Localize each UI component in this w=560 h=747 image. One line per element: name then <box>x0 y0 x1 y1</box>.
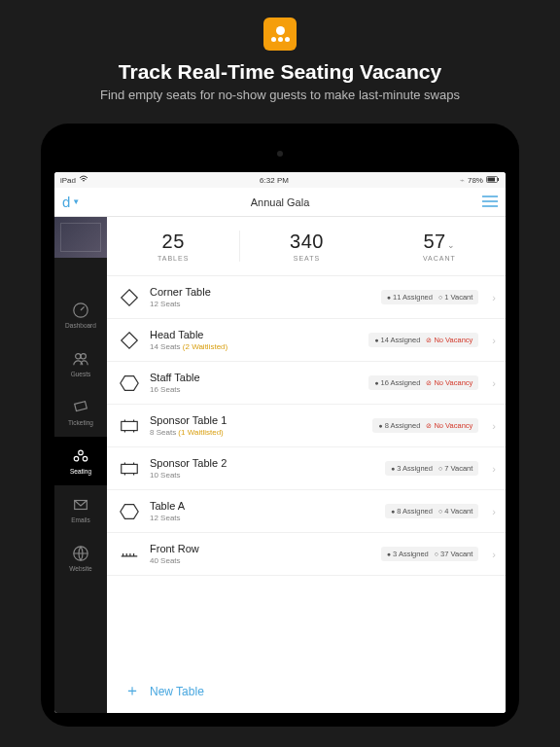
table-row[interactable]: Corner Table 12 Seats ● 11 Assigned ○ 1 … <box>107 276 506 319</box>
sidebar-item-ticketing[interactable]: Ticketing <box>54 388 107 437</box>
table-status-badge: ● 3 Assigned ○ 7 Vacant <box>385 461 478 476</box>
table-seats: 8 Seats (1 Waitlisted) <box>150 428 363 437</box>
table-name: Sponsor Table 1 <box>150 414 363 426</box>
gauge-icon <box>72 302 89 319</box>
chevron-right-icon: › <box>492 463 496 475</box>
table-shape-icon <box>119 415 140 437</box>
svg-point-4 <box>76 354 81 359</box>
table-status-badge: ● 3 Assigned ○ 37 Vacant <box>381 547 479 561</box>
table-seats: 16 Seats <box>150 385 359 394</box>
stat-value: 340 <box>240 231 372 253</box>
brand-logo: d <box>62 194 70 210</box>
users-icon <box>72 350 89 368</box>
app-icon <box>263 18 297 51</box>
table-list[interactable]: Corner Table 12 Seats ● 11 Assigned ○ 1 … <box>107 276 506 669</box>
brand-menu[interactable]: d▼ <box>62 194 80 210</box>
sidebar-item-guests[interactable]: Guests <box>54 339 107 388</box>
sidebar-item-emails[interactable]: Emails <box>54 485 107 534</box>
table-row[interactable]: Head Table 14 Seats (2 Waitlisted) ● 14 … <box>107 319 506 362</box>
table-shape-icon <box>119 373 140 394</box>
seating-icon <box>72 447 89 465</box>
table-shape-icon <box>119 458 140 480</box>
table-row[interactable]: Front Row 40 Seats ● 3 Assigned ○ 37 Vac… <box>107 533 506 576</box>
svg-rect-11 <box>122 421 138 430</box>
table-status-badge: ● 14 Assigned ⊘ No Vacancy <box>368 333 478 347</box>
svg-point-7 <box>74 456 79 461</box>
stats-row: 25 TABLES 340 SEATS 57⌄ VACANT <box>107 217 506 276</box>
globe-icon <box>72 545 89 562</box>
stat-vacant[interactable]: 57⌄ VACANT <box>373 231 506 262</box>
svg-rect-12 <box>122 464 138 473</box>
battery-icon <box>486 176 500 185</box>
chevron-right-icon: › <box>492 506 496 517</box>
table-status-badge: ● 8 Assigned ⊘ No Vacancy <box>372 418 478 433</box>
menu-button[interactable] <box>482 194 498 211</box>
svg-rect-1 <box>487 177 495 181</box>
new-table-label: New Table <box>150 685 204 698</box>
table-status-badge: ● 11 Assigned ○ 1 Vacant <box>381 290 479 304</box>
sidebar-item-website[interactable]: Website <box>54 534 107 583</box>
table-row[interactable]: Table A 12 Seats ● 8 Assigned ○ 4 Vacant… <box>107 490 506 533</box>
sidebar-item-label: Guests <box>71 371 91 377</box>
sidebar-item-label: Emails <box>71 516 90 523</box>
chevron-down-icon: ▼ <box>72 197 80 206</box>
new-table-button[interactable]: ＋ New Table <box>107 669 506 713</box>
table-row[interactable]: Staff Table 16 Seats ● 16 Assigned ⊘ No … <box>107 362 506 405</box>
table-seats: 10 Seats <box>150 471 375 480</box>
ticket-icon <box>72 399 89 416</box>
sidebar-item-label: Ticketing <box>68 419 93 426</box>
table-shape-icon <box>119 544 140 565</box>
nav-bar: d▼ Annual Gala <box>54 188 506 217</box>
chevron-down-icon: ⌄ <box>447 240 456 250</box>
table-name: Head Table <box>150 329 359 340</box>
table-name: Table A <box>150 500 375 512</box>
hero-subtitle: Find empty seats for no-show guests to m… <box>19 88 541 102</box>
table-row[interactable]: Sponsor Table 1 8 Seats (1 Waitlisted) ●… <box>107 405 506 447</box>
table-row[interactable]: Sponsor Table 2 10 Seats ● 3 Assigned ○ … <box>107 447 506 490</box>
table-shape-icon <box>119 287 140 308</box>
chevron-right-icon: › <box>492 335 496 346</box>
chevron-right-icon: › <box>492 549 496 560</box>
event-image[interactable] <box>54 217 107 258</box>
stat-value: 57 <box>423 231 445 252</box>
table-seats: 14 Seats (2 Waitlisted) <box>150 342 359 351</box>
plus-icon: ＋ <box>124 681 140 701</box>
table-seats: 40 Seats <box>150 556 371 565</box>
svg-point-6 <box>79 450 84 455</box>
stat-label: VACANT <box>373 255 506 262</box>
table-shape-icon <box>119 330 140 351</box>
bluetooth-icon: ⌁ <box>460 176 465 185</box>
sidebar-item-label: Seating <box>70 468 91 475</box>
stat-label: SEATS <box>240 255 372 262</box>
table-name: Front Row <box>150 543 371 554</box>
chevron-right-icon: › <box>492 292 496 303</box>
chevron-right-icon: › <box>492 420 496 432</box>
table-status-badge: ● 16 Assigned ⊘ No Vacancy <box>368 375 478 390</box>
stat-tables: 25 TABLES <box>107 231 240 262</box>
sidebar: Dashboard Guests Ticketing Seating Email… <box>54 217 107 713</box>
sidebar-item-seating[interactable]: Seating <box>54 437 107 485</box>
sidebar-item-dashboard[interactable]: Dashboard <box>54 291 107 339</box>
table-shape-icon <box>119 501 140 522</box>
table-status-badge: ● 8 Assigned ○ 4 Vacant <box>385 504 478 518</box>
status-time: 6:32 PM <box>260 176 289 185</box>
stat-value: 25 <box>107 231 239 253</box>
stat-seats: 340 SEATS <box>240 231 372 262</box>
sidebar-item-label: Website <box>69 565 91 572</box>
chevron-right-icon: › <box>492 377 496 389</box>
table-seats: 12 Seats <box>150 300 371 308</box>
status-bar: iPad 6:32 PM ⌁ 78% <box>54 172 506 188</box>
hero-title: Track Real-Time Seating Vacancy <box>19 60 541 84</box>
svg-point-8 <box>83 456 88 461</box>
status-device: iPad <box>60 176 76 185</box>
table-name: Corner Table <box>150 286 371 298</box>
page-title: Annual Gala <box>251 196 310 208</box>
status-battery: 78% <box>468 176 483 185</box>
table-seats: 12 Seats <box>150 514 375 522</box>
svg-point-5 <box>81 354 86 359</box>
table-name: Staff Table <box>150 372 359 383</box>
svg-rect-2 <box>498 178 499 181</box>
sidebar-item-label: Dashboard <box>65 322 96 329</box>
table-name: Sponsor Table 2 <box>150 457 375 469</box>
device-frame: iPad 6:32 PM ⌁ 78% d▼ Annual Gala <box>41 124 519 727</box>
